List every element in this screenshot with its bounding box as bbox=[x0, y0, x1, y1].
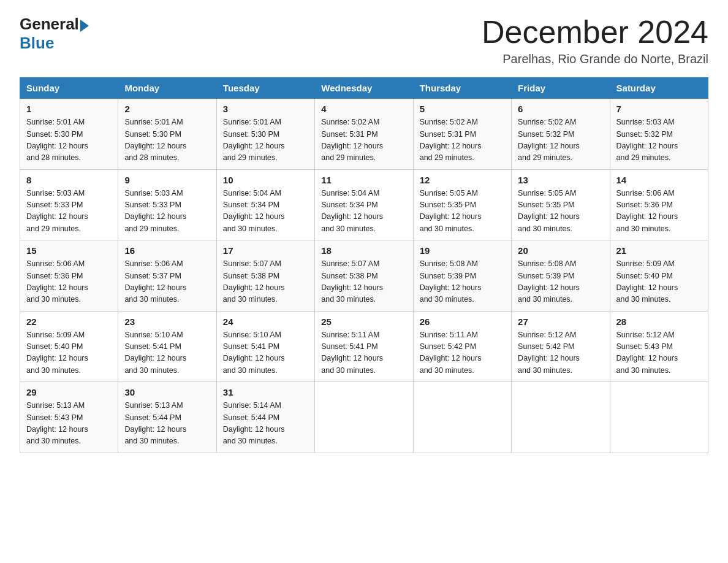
calendar-week-row: 22Sunrise: 5:09 AMSunset: 5:40 PMDayligh… bbox=[20, 311, 708, 382]
logo: General Blue bbox=[20, 15, 89, 53]
calendar-cell: 14Sunrise: 5:06 AMSunset: 5:36 PMDayligh… bbox=[610, 169, 708, 240]
calendar-cell: 28Sunrise: 5:12 AMSunset: 5:43 PMDayligh… bbox=[610, 311, 708, 382]
day-info: Sunrise: 5:10 AMSunset: 5:41 PMDaylight:… bbox=[124, 329, 210, 377]
calendar-cell: 13Sunrise: 5:05 AMSunset: 5:35 PMDayligh… bbox=[512, 169, 610, 240]
day-number: 14 bbox=[616, 175, 702, 185]
day-info: Sunrise: 5:12 AMSunset: 5:42 PMDaylight:… bbox=[518, 329, 603, 377]
column-header-thursday: Thursday bbox=[413, 78, 511, 99]
day-info: Sunrise: 5:07 AMSunset: 5:38 PMDaylight:… bbox=[223, 258, 308, 306]
calendar-cell: 17Sunrise: 5:07 AMSunset: 5:38 PMDayligh… bbox=[216, 240, 314, 312]
day-info: Sunrise: 5:04 AMSunset: 5:34 PMDaylight:… bbox=[321, 188, 406, 236]
day-info: Sunrise: 5:07 AMSunset: 5:38 PMDaylight:… bbox=[321, 258, 406, 306]
column-header-sunday: Sunday bbox=[20, 78, 118, 99]
logo-arrow-icon bbox=[80, 20, 89, 32]
calendar-cell: 21Sunrise: 5:09 AMSunset: 5:40 PMDayligh… bbox=[610, 240, 708, 312]
day-number: 8 bbox=[26, 175, 112, 185]
calendar-cell: 25Sunrise: 5:11 AMSunset: 5:41 PMDayligh… bbox=[315, 311, 413, 382]
calendar-cell: 5Sunrise: 5:02 AMSunset: 5:31 PMDaylight… bbox=[413, 99, 511, 170]
day-number: 15 bbox=[26, 245, 112, 256]
day-number: 10 bbox=[223, 175, 308, 185]
column-header-friday: Friday bbox=[512, 78, 610, 99]
day-info: Sunrise: 5:05 AMSunset: 5:35 PMDaylight:… bbox=[420, 188, 505, 236]
calendar-cell: 19Sunrise: 5:08 AMSunset: 5:39 PMDayligh… bbox=[413, 240, 511, 312]
calendar-cell: 24Sunrise: 5:10 AMSunset: 5:41 PMDayligh… bbox=[216, 311, 314, 382]
day-number: 23 bbox=[124, 316, 210, 327]
calendar-week-row: 8Sunrise: 5:03 AMSunset: 5:33 PMDaylight… bbox=[20, 169, 708, 240]
calendar-cell: 9Sunrise: 5:03 AMSunset: 5:33 PMDaylight… bbox=[118, 169, 216, 240]
day-info: Sunrise: 5:08 AMSunset: 5:39 PMDaylight:… bbox=[518, 258, 603, 306]
day-info: Sunrise: 5:06 AMSunset: 5:37 PMDaylight:… bbox=[124, 258, 210, 306]
day-number: 18 bbox=[321, 245, 406, 256]
day-number: 7 bbox=[616, 104, 702, 114]
day-info: Sunrise: 5:01 AMSunset: 5:30 PMDaylight:… bbox=[124, 117, 210, 164]
calendar-cell: 22Sunrise: 5:09 AMSunset: 5:40 PMDayligh… bbox=[20, 311, 118, 382]
title-area: December 2024 Parelhas, Rio Grande do No… bbox=[482, 15, 708, 66]
day-number: 12 bbox=[420, 175, 505, 185]
logo-general: General bbox=[20, 15, 79, 34]
page-subtitle: Parelhas, Rio Grande do Norte, Brazil bbox=[482, 52, 708, 66]
day-info: Sunrise: 5:09 AMSunset: 5:40 PMDaylight:… bbox=[616, 258, 702, 306]
day-info: Sunrise: 5:12 AMSunset: 5:43 PMDaylight:… bbox=[616, 329, 702, 377]
day-number: 26 bbox=[420, 316, 505, 327]
calendar-cell: 23Sunrise: 5:10 AMSunset: 5:41 PMDayligh… bbox=[118, 311, 216, 382]
calendar-cell: 2Sunrise: 5:01 AMSunset: 5:30 PMDaylight… bbox=[118, 99, 216, 170]
day-number: 6 bbox=[518, 104, 603, 114]
calendar-table: SundayMondayTuesdayWednesdayThursdayFrid… bbox=[20, 77, 708, 453]
calendar-cell: 20Sunrise: 5:08 AMSunset: 5:39 PMDayligh… bbox=[512, 240, 610, 312]
day-number: 29 bbox=[26, 387, 112, 397]
day-info: Sunrise: 5:13 AMSunset: 5:43 PMDaylight:… bbox=[26, 400, 112, 448]
day-number: 27 bbox=[518, 316, 603, 327]
calendar-cell: 11Sunrise: 5:04 AMSunset: 5:34 PMDayligh… bbox=[315, 169, 413, 240]
day-info: Sunrise: 5:02 AMSunset: 5:31 PMDaylight:… bbox=[420, 117, 505, 164]
calendar-cell bbox=[610, 382, 708, 453]
day-number: 11 bbox=[321, 175, 406, 185]
calendar-cell: 7Sunrise: 5:03 AMSunset: 5:32 PMDaylight… bbox=[610, 99, 708, 170]
day-number: 16 bbox=[124, 245, 210, 256]
calendar-cell: 6Sunrise: 5:02 AMSunset: 5:32 PMDaylight… bbox=[512, 99, 610, 170]
day-number: 4 bbox=[321, 104, 406, 114]
calendar-cell: 3Sunrise: 5:01 AMSunset: 5:30 PMDaylight… bbox=[216, 99, 314, 170]
calendar-cell: 8Sunrise: 5:03 AMSunset: 5:33 PMDaylight… bbox=[20, 169, 118, 240]
day-info: Sunrise: 5:05 AMSunset: 5:35 PMDaylight:… bbox=[518, 188, 603, 236]
day-info: Sunrise: 5:04 AMSunset: 5:34 PMDaylight:… bbox=[223, 188, 308, 236]
calendar-cell: 4Sunrise: 5:02 AMSunset: 5:31 PMDaylight… bbox=[315, 99, 413, 170]
day-number: 5 bbox=[420, 104, 505, 114]
calendar-cell bbox=[512, 382, 610, 453]
day-number: 21 bbox=[616, 245, 702, 256]
calendar-cell: 1Sunrise: 5:01 AMSunset: 5:30 PMDaylight… bbox=[20, 99, 118, 170]
calendar-cell: 15Sunrise: 5:06 AMSunset: 5:36 PMDayligh… bbox=[20, 240, 118, 312]
calendar-cell: 18Sunrise: 5:07 AMSunset: 5:38 PMDayligh… bbox=[315, 240, 413, 312]
day-number: 30 bbox=[124, 387, 210, 397]
day-info: Sunrise: 5:08 AMSunset: 5:39 PMDaylight:… bbox=[420, 258, 505, 306]
day-number: 22 bbox=[26, 316, 112, 327]
calendar-week-row: 1Sunrise: 5:01 AMSunset: 5:30 PMDaylight… bbox=[20, 99, 708, 170]
day-number: 17 bbox=[223, 245, 308, 256]
day-info: Sunrise: 5:06 AMSunset: 5:36 PMDaylight:… bbox=[26, 258, 112, 306]
page-header: General Blue December 2024 Parelhas, Rio… bbox=[20, 15, 708, 66]
column-header-tuesday: Tuesday bbox=[216, 78, 314, 99]
day-number: 13 bbox=[518, 175, 603, 185]
day-info: Sunrise: 5:10 AMSunset: 5:41 PMDaylight:… bbox=[223, 329, 308, 377]
day-info: Sunrise: 5:11 AMSunset: 5:42 PMDaylight:… bbox=[420, 329, 505, 377]
day-info: Sunrise: 5:01 AMSunset: 5:30 PMDaylight:… bbox=[223, 117, 308, 164]
day-number: 20 bbox=[518, 245, 603, 256]
column-header-wednesday: Wednesday bbox=[315, 78, 413, 99]
calendar-cell: 31Sunrise: 5:14 AMSunset: 5:44 PMDayligh… bbox=[216, 382, 314, 453]
day-info: Sunrise: 5:03 AMSunset: 5:33 PMDaylight:… bbox=[124, 188, 210, 236]
day-number: 28 bbox=[616, 316, 702, 327]
calendar-week-row: 15Sunrise: 5:06 AMSunset: 5:36 PMDayligh… bbox=[20, 240, 708, 312]
day-info: Sunrise: 5:14 AMSunset: 5:44 PMDaylight:… bbox=[223, 400, 308, 448]
day-info: Sunrise: 5:06 AMSunset: 5:36 PMDaylight:… bbox=[616, 188, 702, 236]
day-info: Sunrise: 5:02 AMSunset: 5:31 PMDaylight:… bbox=[321, 117, 406, 164]
page-title: December 2024 bbox=[482, 15, 708, 50]
calendar-week-row: 29Sunrise: 5:13 AMSunset: 5:43 PMDayligh… bbox=[20, 382, 708, 453]
day-number: 9 bbox=[124, 175, 210, 185]
day-info: Sunrise: 5:09 AMSunset: 5:40 PMDaylight:… bbox=[26, 329, 112, 377]
day-number: 19 bbox=[420, 245, 505, 256]
calendar-cell: 29Sunrise: 5:13 AMSunset: 5:43 PMDayligh… bbox=[20, 382, 118, 453]
day-number: 3 bbox=[223, 104, 308, 114]
day-info: Sunrise: 5:03 AMSunset: 5:32 PMDaylight:… bbox=[616, 117, 702, 164]
calendar-cell: 30Sunrise: 5:13 AMSunset: 5:44 PMDayligh… bbox=[118, 382, 216, 453]
day-info: Sunrise: 5:13 AMSunset: 5:44 PMDaylight:… bbox=[124, 400, 210, 448]
day-number: 31 bbox=[223, 387, 308, 397]
